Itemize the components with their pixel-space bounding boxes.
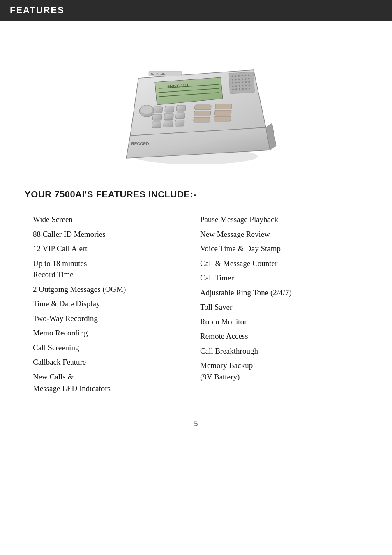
svg-rect-50 <box>215 104 232 109</box>
device-image-container: 44-8595-3844 <box>110 41 282 173</box>
device-illustration: 44-8595-3844 <box>114 45 278 169</box>
feature-new-message-review: New Message Review <box>200 227 367 242</box>
feature-call-timer: Call Timer <box>200 271 367 285</box>
svg-rect-46 <box>175 120 184 126</box>
feature-memo-recording: Memo Recording <box>33 326 200 340</box>
svg-rect-41 <box>152 114 162 120</box>
svg-rect-38 <box>153 107 163 113</box>
page-number: 5 <box>25 420 367 428</box>
svg-rect-51 <box>214 110 231 115</box>
svg-rect-42 <box>164 113 173 120</box>
svg-rect-43 <box>175 113 185 119</box>
header-bar: FEATURES <box>0 0 392 21</box>
page-title: FEATURES <box>10 5 382 16</box>
feature-call-breakthrough: Call Breakthrough <box>200 344 367 358</box>
page-content: 44-8595-3844 <box>0 21 392 444</box>
features-right-column: Pause Message Playback New Message Revie… <box>200 212 367 395</box>
feature-toll-saver: Toll Saver <box>200 300 367 314</box>
feature-caller-id: 88 Caller ID Memories <box>33 227 200 242</box>
feature-record-time: Up to 18 minutesRecord Time <box>33 256 200 282</box>
feature-pause-playback: Pause Message Playback <box>200 212 367 227</box>
features-grid: Wide Screen 88 Caller ID Memories 12 VIP… <box>33 212 367 395</box>
feature-call-screening: Call Screening <box>33 340 200 355</box>
svg-rect-47 <box>194 105 211 110</box>
svg-point-37 <box>141 105 153 114</box>
svg-rect-45 <box>164 121 173 127</box>
feature-callback: Callback Feature <box>33 355 200 370</box>
svg-text:BellSouth: BellSouth <box>151 72 165 76</box>
features-heading: YOUR 7500AI'S FEATURES INCLUDE:- <box>25 189 367 200</box>
svg-text:RECORD: RECORD <box>131 141 149 146</box>
feature-outgoing-messages: 2 Outgoing Messages (OGM) <box>33 282 200 297</box>
svg-rect-49 <box>194 117 210 122</box>
feature-remote-access: Remote Access <box>200 329 367 344</box>
feature-vip-alert: 12 VIP Call Alert <box>33 241 200 256</box>
feature-two-way-recording: Two-Way Recording <box>33 311 200 326</box>
feature-led-indicators: New Calls &Message LED Indicators <box>33 370 200 395</box>
svg-rect-40 <box>176 105 186 111</box>
feature-wide-screen: Wide Screen <box>33 212 200 227</box>
features-left-column: Wide Screen 88 Caller ID Memories 12 VIP… <box>33 212 200 395</box>
feature-time-date: Time & Date Display <box>33 296 200 311</box>
feature-ring-tone: Adjustable Ring Tone (2/4/7) <box>200 285 367 300</box>
feature-room-monitor: Room Monitor <box>200 314 367 329</box>
feature-call-message-counter: Call & Message Counter <box>200 256 367 271</box>
svg-rect-52 <box>214 116 231 121</box>
svg-rect-39 <box>165 106 174 112</box>
device-image: 44-8595-3844 <box>114 45 278 169</box>
feature-memory-backup: Memory Backup(9V Battery) <box>200 358 367 384</box>
svg-rect-44 <box>152 122 161 128</box>
svg-rect-48 <box>194 111 211 116</box>
feature-voice-time-stamp: Voice Time & Day Stamp <box>200 241 367 256</box>
